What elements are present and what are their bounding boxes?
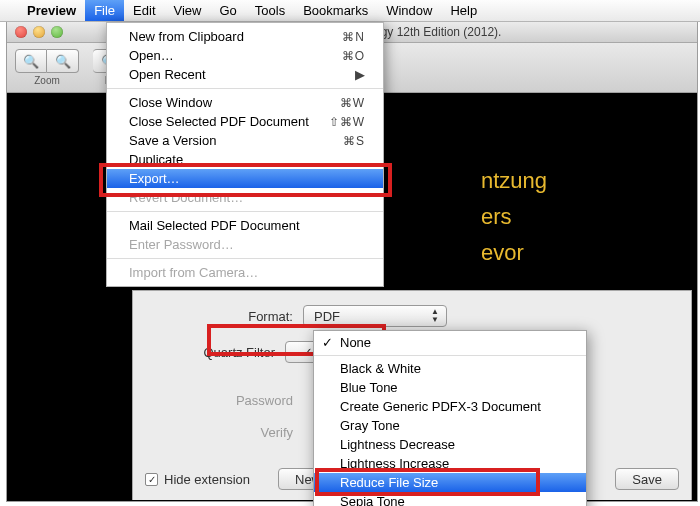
zoom-window-icon[interactable] bbox=[51, 26, 63, 38]
password-label: Password bbox=[133, 393, 303, 408]
filter-option[interactable]: None bbox=[314, 333, 586, 352]
book-text: ntzung ers evor bbox=[481, 163, 547, 271]
magnifier-minus-icon: 🔍 bbox=[23, 54, 39, 69]
verify-label: Verify bbox=[133, 425, 303, 440]
menu-go[interactable]: Go bbox=[210, 0, 245, 21]
menu-item[interactable]: Close Selected PDF Document⇧⌘W bbox=[107, 112, 383, 131]
format-label: Format: bbox=[133, 309, 303, 324]
format-popup[interactable]: PDF ▲▼ bbox=[303, 305, 447, 327]
filter-option[interactable]: Sepia Tone bbox=[314, 492, 586, 506]
menu-item: Enter Password… bbox=[107, 235, 383, 254]
menu-view[interactable]: View bbox=[165, 0, 211, 21]
file-menu-dropdown[interactable]: New from Clipboard⌘NOpen…⌘OOpen Recent▶C… bbox=[106, 22, 384, 287]
menu-bookmarks[interactable]: Bookmarks bbox=[294, 0, 377, 21]
zoom-label: Zoom bbox=[34, 75, 60, 86]
hide-extension-label: Hide extension bbox=[164, 472, 250, 487]
menu-item: Import from Camera… bbox=[107, 263, 383, 282]
filter-option[interactable]: Gray Tone bbox=[314, 416, 586, 435]
quartz-filter-menu[interactable]: NoneBlack & WhiteBlue ToneCreate Generic… bbox=[313, 330, 587, 506]
menu-item: Revert Document… bbox=[107, 188, 383, 207]
filter-option[interactable]: Blue Tone bbox=[314, 378, 586, 397]
zoom-out-button[interactable]: 🔍 bbox=[15, 49, 47, 73]
filter-option[interactable]: Create Generic PDFX-3 Document bbox=[314, 397, 586, 416]
updown-icon: ▲▼ bbox=[428, 308, 442, 326]
app-name[interactable]: Preview bbox=[18, 0, 85, 21]
close-icon[interactable] bbox=[15, 26, 27, 38]
menu-item[interactable]: Mail Selected PDF Document bbox=[107, 216, 383, 235]
menu-item[interactable]: Save a Version⌘S bbox=[107, 131, 383, 150]
menu-item[interactable]: New from Clipboard⌘N bbox=[107, 27, 383, 46]
menu-item[interactable]: Open Recent▶ bbox=[107, 65, 383, 84]
minimize-icon[interactable] bbox=[33, 26, 45, 38]
filter-option[interactable]: Lightness Decrease bbox=[314, 435, 586, 454]
menu-tools[interactable]: Tools bbox=[246, 0, 294, 21]
hide-extension-checkbox[interactable]: ✓ bbox=[145, 473, 158, 486]
menu-item[interactable]: Export… bbox=[107, 169, 383, 188]
submenu-arrow-icon: ▶ bbox=[355, 67, 365, 82]
menu-window[interactable]: Window bbox=[377, 0, 441, 21]
filter-option[interactable]: Black & White bbox=[314, 359, 586, 378]
menu-item[interactable]: Open…⌘O bbox=[107, 46, 383, 65]
menu-help[interactable]: Help bbox=[441, 0, 486, 21]
menu-edit[interactable]: Edit bbox=[124, 0, 164, 21]
save-button[interactable]: Save bbox=[615, 468, 679, 490]
menu-item[interactable]: Close Window⌘W bbox=[107, 93, 383, 112]
filter-option[interactable]: Lightness Increase bbox=[314, 454, 586, 473]
zoom-in-button[interactable]: 🔍 bbox=[47, 49, 79, 73]
quartz-filter-label: Quartz Filter bbox=[133, 345, 285, 360]
magnifier-plus-icon: 🔍 bbox=[55, 54, 71, 69]
menu-file[interactable]: File bbox=[85, 0, 124, 21]
menu-bar: Preview File Edit View Go Tools Bookmark… bbox=[0, 0, 700, 22]
filter-option[interactable]: Reduce File Size bbox=[314, 473, 586, 492]
menu-item[interactable]: Duplicate bbox=[107, 150, 383, 169]
